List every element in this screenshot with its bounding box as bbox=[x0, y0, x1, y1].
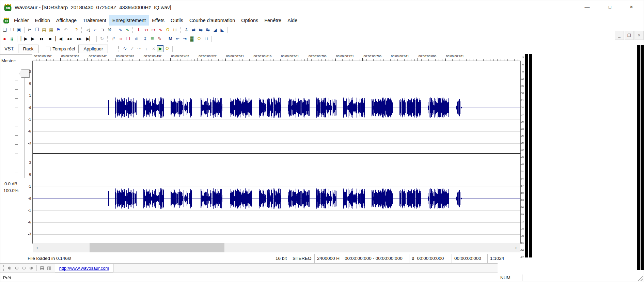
vst-play-icon[interactable]: ▶ bbox=[157, 45, 163, 52]
sonogram-view-icon[interactable]: ❒ bbox=[124, 35, 131, 43]
vst-remove-icon[interactable]: × bbox=[150, 45, 157, 52]
menu-traitement[interactable]: Traitement bbox=[80, 15, 109, 26]
resize-grip[interactable] bbox=[637, 276, 643, 281]
markers-wave-icon[interactable]: ∿ bbox=[157, 26, 164, 34]
left-scale-label: -1 bbox=[20, 185, 31, 188]
wave-insert-mode-icon[interactable]: ∿ bbox=[117, 26, 124, 34]
go-to-end-icon[interactable]: ▶▏ bbox=[84, 35, 95, 43]
record-icon[interactable]: ● bbox=[1, 35, 8, 43]
link-tab[interactable]: http://www.wavosaur.com bbox=[55, 264, 113, 272]
mdi-close-button[interactable]: × bbox=[634, 31, 644, 40]
vst-chain-icon[interactable]: ⋯ bbox=[136, 45, 143, 52]
scroll-right-button[interactable]: › bbox=[512, 243, 520, 252]
wave-replace-mode-icon[interactable]: ∿ bbox=[124, 26, 131, 34]
paste-insert-icon[interactable]: ▦ bbox=[48, 26, 55, 34]
paste-icon[interactable]: ▤ bbox=[41, 26, 48, 34]
menu-courbe-d-automation[interactable]: Courbe d'automation bbox=[186, 15, 238, 26]
menu-outils[interactable]: Outils bbox=[168, 15, 186, 26]
zoom-out-wave-icon[interactable]: ⇆ bbox=[197, 26, 204, 34]
fade-in-icon[interactable]: ◢ bbox=[211, 26, 219, 34]
waveform-canvas[interactable] bbox=[33, 61, 520, 243]
rack-button[interactable]: Rack bbox=[18, 45, 39, 53]
toolbar-main: ❏❒▣✂❐▤▦⚑↶?◁⌐⊐⚒∿∿L↤↦∿Ω⊔⇕⇄⇆↹◢◣ bbox=[1, 26, 230, 34]
rewind-icon[interactable]: ◀◀ bbox=[64, 35, 74, 43]
zoom-whole-icon[interactable]: ⊚ bbox=[28, 264, 35, 272]
open-file-icon[interactable]: ❒ bbox=[8, 26, 15, 34]
paste-mix-icon[interactable]: ⚑ bbox=[55, 26, 62, 34]
menu-effets[interactable]: Effets bbox=[149, 15, 168, 26]
play-icon[interactable]: ▶ bbox=[29, 35, 36, 43]
master-gain-db: 0.0 dB bbox=[4, 181, 17, 186]
vertical-zoom-in-icon[interactable]: ▤ bbox=[38, 264, 46, 272]
marker-set-icon[interactable]: L bbox=[136, 26, 143, 34]
copy-icon[interactable]: ❐ bbox=[33, 26, 41, 34]
maximize-button[interactable]: □ bbox=[599, 0, 621, 14]
menu-options[interactable]: Options bbox=[238, 15, 261, 26]
scroll-left-button[interactable]: ‹ bbox=[33, 243, 42, 252]
marker-next-icon[interactable]: ⇥ bbox=[181, 35, 188, 43]
batch-processor-icon[interactable]: ↱ bbox=[110, 35, 117, 43]
loop-icon[interactable]: ↻ bbox=[98, 35, 106, 43]
cut-icon[interactable]: ✂ bbox=[26, 26, 33, 34]
stop-icon[interactable]: ■ bbox=[47, 35, 54, 43]
vertical-zoom-out-icon[interactable]: ▥ bbox=[46, 264, 53, 272]
marker-insert-icon[interactable]: M bbox=[167, 35, 174, 43]
horizontal-scrollbar[interactable]: ‹ › bbox=[33, 243, 520, 252]
menu-fen-tre[interactable]: Fenêtre bbox=[261, 15, 284, 26]
zoom-fit-wave-icon[interactable]: ↹ bbox=[204, 26, 211, 34]
routing-multi-icon[interactable]: ⊐ bbox=[99, 26, 106, 34]
realtime-checkbox[interactable] bbox=[46, 47, 50, 51]
zoom-in-icon[interactable]: ⊕ bbox=[6, 264, 13, 272]
slider-tick bbox=[15, 89, 18, 90]
zoom-selection-icon[interactable]: ⊙ bbox=[20, 264, 28, 272]
resample-icon[interactable]: ↧ bbox=[142, 35, 149, 43]
apply-button[interactable]: Appliquer bbox=[78, 45, 108, 53]
left-scale-label: -6 bbox=[20, 173, 31, 176]
automation-curve-icon[interactable]: ∿ bbox=[121, 45, 128, 52]
save-file-icon[interactable]: ▣ bbox=[15, 26, 22, 34]
mdi-minimize-button[interactable]: _ bbox=[615, 31, 624, 40]
wavosaur-link[interactable]: http://www.wavosaur.com bbox=[59, 266, 109, 271]
vst-reorder-icon[interactable]: ↕ bbox=[143, 45, 150, 52]
vst-confirm-icon[interactable]: ✓ bbox=[128, 45, 136, 52]
menu-affichage[interactable]: Affichage bbox=[53, 15, 80, 26]
menu-edition[interactable]: Edition bbox=[32, 15, 53, 26]
delete-all-markers-icon[interactable]: ⊔ bbox=[203, 35, 210, 43]
pause-icon[interactable]: ▮▮ bbox=[36, 35, 47, 43]
undo-icon[interactable]: ↶ bbox=[62, 26, 69, 34]
routing-simple-icon[interactable]: ⌐ bbox=[92, 26, 99, 34]
level-meter-icon[interactable]: ⣿ bbox=[8, 35, 15, 43]
timeline-ruler[interactable]: 00:00:00:25700:00:00:30200:00:00:34700:0… bbox=[33, 54, 520, 61]
menu-aide[interactable]: Aide bbox=[284, 15, 300, 26]
help-icon[interactable]: ? bbox=[73, 26, 80, 34]
new-document-icon[interactable]: ❏ bbox=[1, 26, 8, 34]
markers-delete-icon[interactable]: ⊔ bbox=[171, 26, 178, 34]
draw-pencil-icon[interactable]: ✎ bbox=[156, 35, 163, 43]
menu-enregistrement[interactable]: Enregistrement bbox=[109, 15, 149, 26]
scrollbar-thumb[interactable] bbox=[90, 243, 224, 252]
marker-shift-left-icon[interactable]: ↤ bbox=[143, 26, 150, 34]
marker-wave-view-icon[interactable]: ▓ bbox=[188, 35, 195, 43]
markers-lock-icon[interactable]: Ω bbox=[164, 26, 171, 34]
oscilloscope-icon[interactable]: ≣ bbox=[149, 35, 156, 43]
minimize-button[interactable]: — bbox=[577, 0, 598, 14]
spectrum-analysis-icon[interactable]: ≈ bbox=[117, 35, 124, 43]
audio-config-icon[interactable]: ◁ bbox=[84, 26, 92, 34]
zoom-vertical-wave-icon[interactable]: ⇕ bbox=[183, 26, 190, 34]
settings-wrench-icon[interactable]: ⚒ bbox=[106, 26, 113, 34]
lock-icon[interactable]: Ω bbox=[195, 35, 203, 43]
vst-lock-icon[interactable]: Ω bbox=[163, 45, 171, 52]
marker-previous-icon[interactable]: ⇤ bbox=[174, 35, 181, 43]
marker-shift-right-icon[interactable]: ↦ bbox=[150, 26, 157, 34]
mdi-restore-button[interactable]: ❐ bbox=[625, 31, 634, 40]
close-button[interactable]: × bbox=[621, 0, 642, 14]
go-to-start-icon[interactable]: ▏◀ bbox=[54, 35, 64, 43]
wave-statistics-icon[interactable]: ılıl bbox=[131, 35, 142, 43]
window-title: Wavosaur - [SDRSharp_20180430_072508Z_43… bbox=[15, 4, 171, 10]
fast-forward-icon[interactable]: ▶▶ bbox=[74, 35, 84, 43]
zoom-in-wave-icon[interactable]: ⇄ bbox=[190, 26, 197, 34]
zoom-out-icon[interactable]: ⊖ bbox=[13, 264, 20, 272]
play-from-cursor-icon[interactable]: ▏▶ bbox=[19, 35, 29, 43]
fade-out-icon[interactable]: ◣ bbox=[219, 26, 226, 34]
menu-fichier[interactable]: Fichier bbox=[11, 15, 32, 26]
